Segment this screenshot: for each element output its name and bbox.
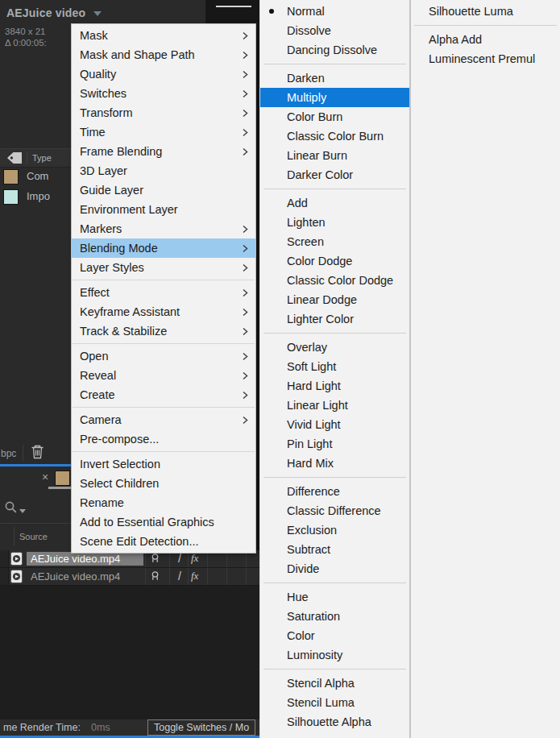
active-panel-accent: [0, 464, 71, 466]
menu-item-label: Difference: [287, 485, 340, 498]
menu-separator: [414, 25, 557, 26]
menu-separator: [73, 407, 255, 408]
label-color-swatch[interactable]: [3, 169, 19, 184]
menu-item-color[interactable]: Color: [260, 626, 409, 645]
menu-item-linear-light[interactable]: Linear Light: [260, 396, 409, 415]
menu-item-lighten[interactable]: Lighten: [260, 213, 409, 232]
trash-icon[interactable]: [31, 444, 44, 459]
menu-item-label: Markers: [80, 222, 122, 235]
menu-item-silhouette-alpha[interactable]: Silhouette Alpha: [260, 712, 409, 732]
menu-item-saturation[interactable]: Saturation: [260, 607, 409, 626]
menu-item-hard-mix[interactable]: Hard Mix: [260, 454, 409, 473]
menu-item-dancing-dissolve[interactable]: Dancing Dissolve: [260, 40, 409, 60]
menu-item-label: Luminosity: [287, 649, 342, 661]
menu-item-normal[interactable]: Normal: [260, 2, 409, 21]
menu-item-invert-selection[interactable]: Invert Selection: [72, 454, 255, 474]
search-icon[interactable]: [4, 500, 19, 515]
menu-item-time[interactable]: Time: [72, 122, 255, 142]
menu-item-hue[interactable]: Hue: [260, 587, 409, 607]
menu-item-stencil-alpha[interactable]: Stencil Alpha: [260, 674, 409, 693]
shy-switch-icon[interactable]: [150, 553, 160, 564]
menu-item-camera[interactable]: Camera: [72, 410, 255, 429]
timeline-layer-row[interactable]: AEJuice video.mp4/fx: [0, 568, 259, 586]
menu-item-track-stabilize[interactable]: Track & Stabilize: [72, 321, 255, 341]
menu-item-overlay[interactable]: Overlay: [260, 338, 409, 357]
timeline-layer-list: AEJuice video.mp4/fxAEJuice video.mp4/fx: [0, 550, 259, 586]
menu-item-reveal[interactable]: Reveal: [72, 366, 255, 385]
fx-switch[interactable]: fx: [191, 552, 198, 565]
menu-item-scene-edit-detection[interactable]: Scene Edit Detection...: [72, 532, 255, 551]
menu-item-soft-light[interactable]: Soft Light: [260, 357, 409, 376]
menu-item-luminosity[interactable]: Luminosity: [260, 645, 409, 665]
menu-item-label: Vivid Light: [287, 418, 341, 431]
menu-item-label: Color Dodge: [287, 255, 352, 267]
menu-item-create[interactable]: Create: [72, 385, 255, 404]
submenu-chevron-icon: [243, 371, 248, 380]
label-color-swatch[interactable]: [3, 189, 19, 205]
composition-title-flyout[interactable]: AEJuice video: [6, 6, 102, 19]
menu-item-classic-color-burn[interactable]: Classic Color Burn: [260, 126, 409, 146]
menu-item-dissolve[interactable]: Dissolve: [260, 21, 409, 40]
menu-item-multiply[interactable]: Multiply: [260, 88, 409, 107]
menu-item-keyframe-assistant[interactable]: Keyframe Assistant: [72, 302, 255, 321]
menu-item-alpha-add[interactable]: Alpha Add: [411, 30, 560, 49]
menu-item-transform[interactable]: Transform: [72, 103, 255, 122]
search-options-caret-icon[interactable]: [19, 509, 26, 513]
menu-item-rename[interactable]: Rename: [72, 493, 255, 512]
menu-item-quality[interactable]: Quality: [72, 64, 255, 84]
menu-item-open[interactable]: Open: [72, 346, 255, 366]
menu-item-vivid-light[interactable]: Vivid Light: [260, 415, 409, 434]
menu-item-pre-compose[interactable]: Pre-compose...: [72, 429, 255, 449]
project-item-label: Impo: [27, 190, 50, 202]
menu-item-difference[interactable]: Difference: [260, 482, 409, 501]
menu-item-classic-color-dodge[interactable]: Classic Color Dodge: [260, 271, 409, 290]
menu-item-screen[interactable]: Screen: [260, 232, 409, 251]
menu-item-pin-light[interactable]: Pin Light: [260, 434, 409, 454]
menu-item-blending-mode[interactable]: Blending Mode: [72, 238, 255, 258]
tab-close-button[interactable]: ×: [42, 471, 48, 483]
menu-item-3d-layer[interactable]: 3D Layer: [72, 161, 255, 180]
menu-item-select-children[interactable]: Select Children: [72, 474, 255, 493]
menu-item-frame-blending[interactable]: Frame Blending: [72, 142, 255, 161]
menu-item-markers[interactable]: Markers: [72, 219, 255, 238]
menu-item-label: 3D Layer: [80, 164, 127, 177]
menu-item-darken[interactable]: Darken: [260, 68, 409, 88]
menu-item-guide-layer[interactable]: Guide Layer: [72, 180, 255, 200]
quality-switch[interactable]: /: [178, 570, 181, 583]
menu-item-mask[interactable]: Mask: [72, 26, 255, 45]
menu-item-linear-burn[interactable]: Linear Burn: [260, 146, 409, 165]
menu-item-lighter-color[interactable]: Lighter Color: [260, 309, 409, 329]
menu-item-label: Subtract: [287, 543, 330, 556]
menu-item-layer-styles[interactable]: Layer Styles: [72, 258, 255, 277]
bit-depth-button[interactable]: bpc: [1, 448, 16, 459]
fx-switch[interactable]: fx: [191, 570, 198, 583]
menu-item-color-burn[interactable]: Color Burn: [260, 107, 409, 126]
menu-item-switches[interactable]: Switches: [72, 84, 255, 103]
menu-item-luminescent-premul[interactable]: Luminescent Premul: [411, 49, 560, 68]
menu-item-classic-difference[interactable]: Classic Difference: [260, 501, 409, 520]
shy-switch-icon[interactable]: [150, 570, 160, 582]
menu-item-mask-and-shape-path[interactable]: Mask and Shape Path: [72, 45, 255, 64]
layer-name[interactable]: AEJuice video.mp4: [27, 552, 143, 566]
layer-name[interactable]: AEJuice video.mp4: [27, 570, 124, 583]
menu-item-label: Classic Color Dodge: [287, 274, 393, 287]
menu-item-stencil-luma[interactable]: Stencil Luma: [260, 693, 409, 712]
toggle-switches-modes-button[interactable]: Toggle Switches / Mo: [147, 719, 255, 736]
menu-item-environment-layer[interactable]: Environment Layer: [72, 200, 255, 219]
menu-item-add[interactable]: Add: [260, 193, 409, 213]
menu-item-hard-light[interactable]: Hard Light: [260, 376, 409, 396]
menu-item-add-to-essential-graphics[interactable]: Add to Essential Graphics: [72, 512, 255, 532]
composition-resolution: 3840 x 21: [5, 27, 46, 36]
menu-item-exclusion[interactable]: Exclusion: [260, 520, 409, 540]
quality-switch[interactable]: /: [178, 552, 181, 565]
scrollbar-thumb[interactable]: [48, 487, 71, 489]
menu-item-color-dodge[interactable]: Color Dodge: [260, 251, 409, 271]
menu-item-silhouette-luma[interactable]: Silhouette Luma: [411, 2, 560, 21]
menu-item-subtract[interactable]: Subtract: [260, 540, 409, 559]
menu-item-darker-color[interactable]: Darker Color: [260, 165, 409, 184]
menu-item-effect[interactable]: Effect: [72, 283, 255, 302]
panel-divider: [216, 6, 251, 7]
menu-item-divide[interactable]: Divide: [260, 559, 409, 578]
menu-item-linear-dodge[interactable]: Linear Dodge: [260, 290, 409, 309]
menu-item-label: Saturation: [287, 610, 340, 623]
